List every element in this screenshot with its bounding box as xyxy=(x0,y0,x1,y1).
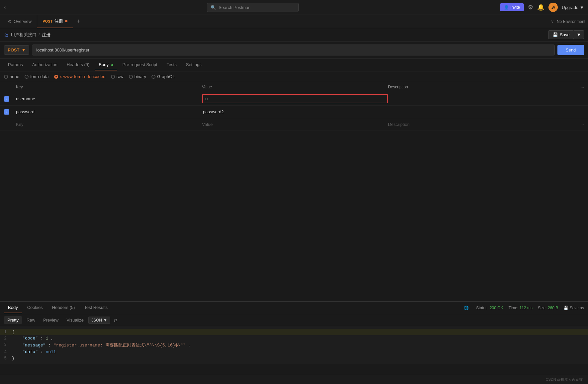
radio-graphql-dot xyxy=(151,75,155,79)
params-table: Key Value Description ··· ✓ username u ✓… xyxy=(0,82,588,131)
fmt-visualize[interactable]: Visualize xyxy=(63,316,87,324)
collection-icon: 🗂 xyxy=(4,32,9,38)
radio-none-dot xyxy=(4,75,8,79)
code-line-2: 2 "code" : 1 , xyxy=(0,335,588,341)
line-num-1: 1 xyxy=(0,330,12,335)
time-value: 112 ms xyxy=(520,306,533,310)
save-area: 💾 Save ▼ xyxy=(548,30,584,39)
breadcrumb-separator: / xyxy=(39,32,40,37)
breadcrumb-current: 注册 xyxy=(42,32,50,38)
tab-authorization[interactable]: Authorization xyxy=(28,59,61,70)
table-header: Key Value Description ··· xyxy=(0,82,588,92)
row1-value-input[interactable]: u xyxy=(202,94,388,103)
tab-body[interactable]: Body xyxy=(95,59,117,70)
url-input[interactable] xyxy=(32,45,555,55)
radio-binary[interactable]: binary xyxy=(129,74,146,79)
row2-key[interactable]: password xyxy=(16,109,200,114)
radio-none[interactable]: none xyxy=(4,74,19,79)
body-active-dot xyxy=(111,64,113,66)
breadcrumb: 🗂 用户相关接口 / 注册 xyxy=(4,32,50,38)
fmt-raw[interactable]: Raw xyxy=(23,316,39,324)
tab-post-register[interactable]: POST 注册 xyxy=(37,15,73,28)
upgrade-button[interactable]: Upgrade ▼ xyxy=(562,5,584,10)
time-label: Time: 112 ms xyxy=(509,306,533,310)
tab-overview[interactable]: ⊙ Overview xyxy=(3,15,37,28)
top-bar: ‹ 🔍 Search Postman 👤 Invite ⚙ 🔔 迈 Upgrad… xyxy=(0,0,588,15)
tab-pre-request[interactable]: Pre-request Script xyxy=(119,59,161,70)
add-tab-button[interactable]: + xyxy=(73,18,84,25)
fmt-pretty[interactable]: Pretty xyxy=(4,316,22,324)
line-num-3: 3 xyxy=(0,342,12,347)
table-row: ✓ password password2 xyxy=(0,106,588,118)
breadcrumb-parent[interactable]: 用户相关接口 xyxy=(11,32,37,38)
settings-icon[interactable]: ⚙ xyxy=(528,4,533,11)
row2-checkbox[interactable]: ✓ xyxy=(4,109,9,115)
tab-settings[interactable]: Settings xyxy=(182,59,206,70)
header-value: Value xyxy=(202,85,388,89)
row1-value[interactable]: u xyxy=(202,94,388,103)
resp-tab-cookies[interactable]: Cookies xyxy=(23,302,47,313)
method-selector[interactable]: POST ▼ xyxy=(4,45,29,55)
radio-graphql[interactable]: GraphQL xyxy=(151,74,175,79)
save-as-button[interactable]: 💾 Save as xyxy=(563,306,584,310)
line-num-5: 5 xyxy=(0,356,12,361)
json-format-selector[interactable]: JSON ▼ xyxy=(88,317,110,324)
row1-key[interactable]: username xyxy=(16,96,202,101)
response-tabs: Body Cookies Headers (5) Test Results 🌐 … xyxy=(0,302,588,314)
code-area: 1 { 2 "code" : 1 , 3 "message" : "regist… xyxy=(0,326,588,364)
method-badge: POST xyxy=(43,19,52,23)
wrap-toggle-icon[interactable]: ⇄ xyxy=(114,318,118,323)
resp-tab-body[interactable]: Body xyxy=(4,302,22,313)
radio-raw-dot xyxy=(111,75,115,79)
unsaved-indicator xyxy=(65,20,67,22)
status-label: Status: 200 OK xyxy=(476,306,503,310)
send-button[interactable]: Send xyxy=(557,45,584,55)
breadcrumb-bar: 🗂 用户相关接口 / 注册 💾 Save ▼ xyxy=(0,28,588,42)
overview-icon: ⊙ xyxy=(8,19,12,24)
radio-raw[interactable]: raw xyxy=(111,74,124,79)
radio-form-data-dot xyxy=(25,75,29,79)
fmt-preview[interactable]: Preview xyxy=(40,316,62,324)
no-environment-selector[interactable]: No Environment xyxy=(557,19,585,24)
tab-params[interactable]: Params xyxy=(4,59,27,70)
radio-form-data[interactable]: form-data xyxy=(25,74,49,79)
radio-urlencoded[interactable]: x-www-form-urlencoded xyxy=(54,74,106,79)
csdn-watermark: CSDN @机器人迈克猫 xyxy=(546,377,583,382)
code-line-5: 5 } xyxy=(0,355,588,361)
bell-icon[interactable]: 🔔 xyxy=(537,4,544,11)
save-button[interactable]: 💾 Save xyxy=(548,30,574,39)
resp-tab-headers[interactable]: Headers (5) xyxy=(48,302,79,313)
tab-tests[interactable]: Tests xyxy=(162,59,180,70)
back-chevron-icon[interactable]: ‹ xyxy=(4,4,6,10)
empty-desc[interactable]: Description xyxy=(388,122,574,127)
resp-tab-test-results[interactable]: Test Results xyxy=(80,302,112,313)
avatar[interactable]: 迈 xyxy=(548,3,558,12)
radio-binary-dot xyxy=(129,75,133,79)
save-icon: 💾 xyxy=(552,32,558,37)
tab-headers[interactable]: Headers (9) xyxy=(63,59,94,70)
invite-button[interactable]: 👤 Invite xyxy=(500,3,524,11)
tab-bar: ⊙ Overview POST 注册 + ∨ No Environment xyxy=(0,15,588,28)
size-value: 260 B xyxy=(548,306,558,310)
resp-status-bar: 🌐 Status: 200 OK Time: 112 ms Size: 260 … xyxy=(464,306,584,310)
row2-value[interactable]: password2 xyxy=(200,108,390,116)
row1-check: ✓ xyxy=(4,96,16,102)
globe-icon: 🌐 xyxy=(464,306,469,310)
table-row-empty: Key Value Description ··· xyxy=(0,118,588,131)
invite-icon: 👤 xyxy=(504,5,509,10)
top-bar-right: 👤 Invite ⚙ 🔔 迈 Upgrade ▼ xyxy=(500,3,584,12)
request-tabs: Params Authorization Headers (9) Body Pr… xyxy=(0,59,588,71)
size-label: Size: 260 B xyxy=(538,306,558,310)
search-bar[interactable]: 🔍 Search Postman xyxy=(207,3,299,12)
more-options-btn[interactable]: ··· xyxy=(574,122,584,127)
footer: CSDN @机器人迈克猫 xyxy=(0,375,588,384)
search-icon: 🔍 xyxy=(211,5,216,10)
row1-checkbox[interactable]: ✓ xyxy=(4,96,9,102)
more-icon: ··· xyxy=(580,122,584,127)
save-as-icon: 💾 xyxy=(563,306,568,310)
empty-value[interactable]: Value xyxy=(202,122,388,127)
json-chevron-icon: ▼ xyxy=(103,318,107,323)
response-section: Body Cookies Headers (5) Test Results 🌐 … xyxy=(0,301,588,364)
empty-key[interactable]: Key xyxy=(16,122,202,127)
save-dropdown-button[interactable]: ▼ xyxy=(574,30,584,39)
